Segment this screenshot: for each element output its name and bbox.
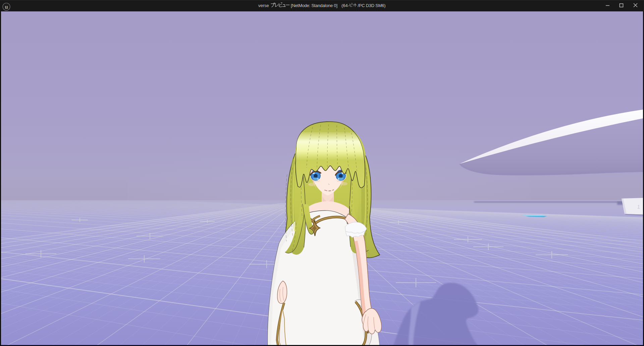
svg-text:[NetMode: Standalone 0]: [NetMode: Standalone 0] [291, 3, 337, 8]
svg-text:u: u [5, 4, 8, 10]
svg-text:verse: verse [258, 3, 269, 8]
svg-text:(64-: (64- [341, 3, 349, 8]
svg-text:/PC D3D SM6): /PC D3D SM6) [358, 3, 386, 8]
svg-text:1: 1 [637, 204, 640, 210]
